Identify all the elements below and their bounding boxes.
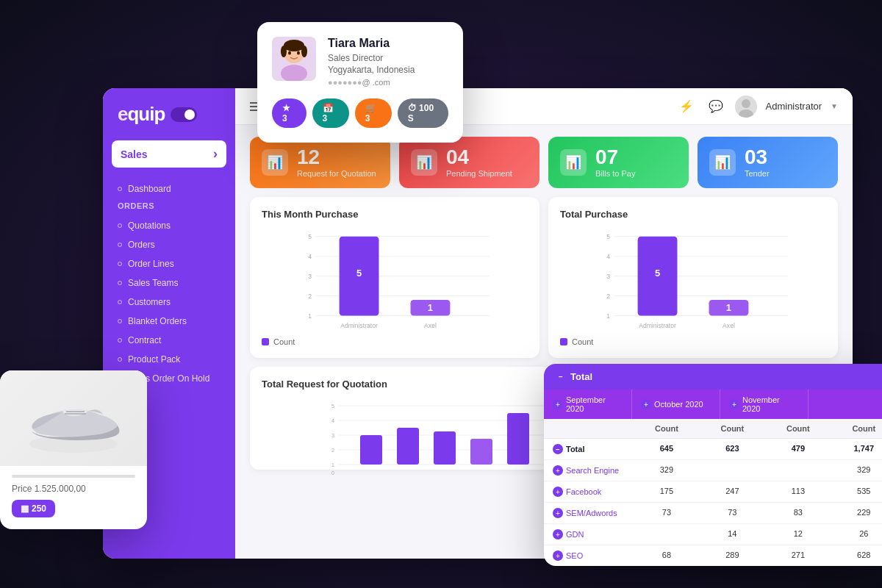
tender-icon: 📊 (709, 149, 736, 176)
svg-point-9 (742, 99, 750, 108)
sidebar-item-customers[interactable]: Customers (103, 293, 235, 312)
sidebar-item-quotations[interactable]: Quotations (103, 216, 235, 235)
total-purchase-title: Total Purchase (560, 209, 826, 220)
col-header-count3: Count (765, 419, 831, 438)
stat-badge-stars[interactable]: ★ 3 (272, 98, 306, 128)
sales-menu-item[interactable]: Sales (112, 140, 226, 168)
svg-text:5: 5 (655, 268, 660, 279)
svg-rect-54 (360, 435, 382, 465)
svg-text:0: 0 (331, 470, 334, 476)
row-val-total-3: 1,747 (831, 439, 882, 459)
svg-point-7 (297, 51, 300, 55)
product-badge[interactable]: ▦ 250 (12, 500, 55, 517)
row-val-total-0: 645 (634, 439, 699, 459)
orders-dot (118, 243, 122, 247)
row-val-fb-3: 535 (831, 481, 882, 502)
row-val-gdn-0 (634, 524, 699, 545)
svg-point-3 (284, 40, 304, 51)
svg-text:4: 4 (308, 253, 312, 260)
product-info: Price 1.525.000,00 ▦ 250 (0, 466, 147, 517)
sidebar-item-blanket-orders[interactable]: Blanket Orders (103, 312, 235, 331)
svg-text:1: 1 (428, 302, 433, 313)
theme-toggle[interactable] (171, 107, 197, 122)
row-val-gdn-2: 12 (765, 524, 831, 545)
table-row-facebook: + Facebook 175 247 113 535 (544, 481, 882, 503)
svg-point-4 (281, 46, 287, 57)
chat-icon[interactable]: 💬 (706, 96, 726, 117)
product-price: Price 1.525.000,00 (12, 484, 135, 494)
svg-point-6 (288, 51, 291, 55)
topbar-right: ⚡ 💬 Administrator ▼ (676, 96, 838, 118)
profile-title: Sales Director (328, 53, 415, 63)
sidebar-item-sales-teams[interactable]: Sales Teams (103, 273, 235, 293)
row-label-facebook: + Facebook (544, 481, 634, 502)
profile-name: Tiara Maria (328, 37, 415, 50)
col-header-label (544, 419, 634, 438)
svg-text:1: 1 (331, 462, 334, 467)
sidebar-item-orders[interactable]: Orders (103, 235, 235, 254)
svg-text:5: 5 (356, 268, 362, 279)
stat-badge-time[interactable]: ⏱ 100 S (398, 98, 448, 128)
rfq-label: Request for Quotation (297, 169, 376, 178)
row-val-sem-1: 73 (700, 503, 765, 523)
svg-text:2: 2 (308, 293, 312, 300)
sidebar-item-order-lines[interactable]: Order Lines (103, 254, 235, 273)
row-val-total-1: 623 (700, 439, 765, 459)
sidebar-item-dashboard[interactable]: Dashboard (103, 179, 235, 198)
tender-number: 03 (745, 147, 770, 168)
product-image (0, 370, 147, 466)
dashboard-dot (118, 187, 122, 191)
this-month-chart: This Month Purchase 5 4 3 2 1 (250, 197, 539, 358)
svg-text:3: 3 (308, 273, 312, 280)
rfq-icon: 📊 (262, 149, 288, 176)
lightning-icon[interactable]: ⚡ (676, 96, 697, 117)
this-month-chart-area: 5 4 3 2 1 5 1 Administrator Axel (262, 229, 528, 331)
row-val-gdn-1: 14 (700, 524, 765, 545)
table-row-sem: + SEM/Adwords 73 73 83 229 (544, 503, 882, 524)
this-month-title: This Month Purchase (262, 209, 528, 220)
svg-rect-55 (397, 428, 419, 465)
svg-text:2: 2 (331, 448, 334, 453)
svg-text:5: 5 (308, 233, 312, 240)
profile-stats: ★ 3 📅 3 🛒 3 ⏱ 100 S (272, 98, 448, 128)
profile-location: Yogyakarta, Indonesia (328, 65, 415, 75)
tender-card[interactable]: 📊 03 Tender (698, 137, 838, 188)
row-label-search: + Search Engine (544, 460, 634, 481)
row-val-seo-2: 271 (765, 545, 831, 566)
svg-text:1: 1 (606, 312, 610, 320)
contract-dot (118, 338, 122, 343)
sidebar-item-contract[interactable]: Contract (103, 331, 235, 350)
shipment-icon: 📊 (411, 149, 437, 176)
profile-info: Tiara Maria Sales Director Yogyakarta, I… (328, 37, 415, 87)
row-label-sem: + SEM/Adwords (544, 503, 634, 523)
row-val-gdn-3: 26 (831, 524, 882, 545)
subheader-sep: + September 2020 (544, 390, 632, 419)
stat-badge-calendar[interactable]: 📅 3 (312, 98, 349, 128)
bills-card[interactable]: 📊 07 Bills to Pay (548, 137, 689, 188)
badge-value: 250 (32, 503, 46, 514)
svg-point-5 (301, 46, 307, 57)
total-purchase-legend: Count (560, 337, 826, 346)
row-val-seo-3: 628 (831, 545, 882, 566)
tender-label: Tender (745, 169, 770, 178)
blanket-orders-dot (118, 319, 122, 323)
shipment-card[interactable]: 📊 04 Pending Shipment (399, 137, 539, 188)
table-row-search-engine: + Search Engine 329 329 (544, 460, 882, 481)
bills-number: 07 (595, 147, 635, 168)
rfq-number: 12 (297, 147, 376, 168)
quotations-dot (118, 223, 122, 228)
collapse-total-icon[interactable]: − (556, 372, 566, 382)
rfq-card[interactable]: 📊 12 Request for Quotation (250, 137, 390, 188)
user-avatar[interactable] (735, 96, 757, 118)
logo-text: equip (118, 103, 165, 126)
sidebar-item-product-pack[interactable]: Product Pack (103, 350, 235, 369)
svg-text:Administrator: Administrator (340, 322, 378, 329)
stat-badge-cart[interactable]: 🛒 3 (355, 98, 392, 128)
total-legend-dot (560, 338, 567, 345)
table-row-total: − Total 645 623 479 1,747 (544, 439, 882, 460)
profile-card: Tiara Maria Sales Director Yogyakarta, I… (257, 22, 463, 143)
row-val-fb-2: 113 (765, 481, 831, 502)
legend-dot (262, 338, 269, 345)
row-val-sem-3: 229 (831, 503, 882, 523)
total-purchase-svg: 5 4 3 2 1 5 1 Administrator Axel (560, 229, 826, 331)
